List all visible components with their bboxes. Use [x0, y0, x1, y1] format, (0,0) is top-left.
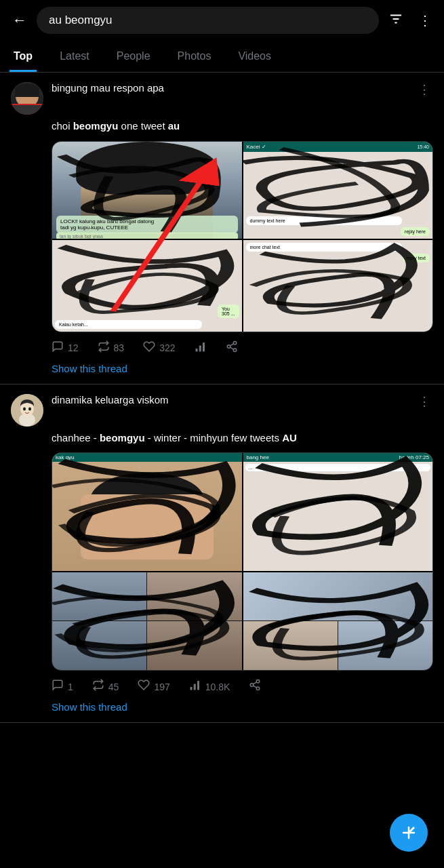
retweet-icon-1: [98, 340, 110, 356]
reply-icon-1: [52, 340, 64, 356]
reply-action-1[interactable]: 12: [52, 340, 79, 356]
svg-line-25: [254, 682, 257, 684]
svg-rect-1: [392, 18, 399, 20]
svg-line-12: [230, 343, 233, 345]
tweet-img-1-3: You305 ... Kalau ketah...: [52, 240, 242, 332]
tweet-meta-2: dinamika keluarga viskom: [52, 394, 407, 406]
tweet-actions-1: 12 83 322: [52, 340, 433, 356]
header-icons: ⋮: [386, 9, 435, 33]
svg-point-21: [257, 680, 260, 684]
views-action-1[interactable]: [195, 340, 207, 356]
tweet-img-2-4: [243, 572, 433, 671]
tweet-username-2: dinamika keluarga viskom: [52, 394, 169, 406]
tab-people[interactable]: People: [103, 41, 164, 72]
svg-rect-20: [197, 681, 199, 690]
svg-point-17: [28, 407, 31, 410]
show-thread-2[interactable]: Show this thread: [52, 701, 433, 713]
views-icon-2: [189, 679, 201, 694]
tabs-bar: Top Latest People Photos Videos: [0, 41, 444, 73]
tweet-text-mid-1: one tweet: [118, 120, 167, 132]
tweet-highlight-2: beomgyu: [100, 432, 145, 443]
like-action-2[interactable]: 197: [138, 679, 169, 694]
svg-point-16: [23, 407, 26, 410]
tweet-img-2-3: [52, 572, 242, 671]
reply-count-2: 1: [68, 682, 73, 692]
tab-top[interactable]: Top: [0, 41, 46, 72]
retweet-action-2[interactable]: 45: [92, 679, 119, 694]
tweet-image-grid-2: kak gyu: [52, 453, 432, 670]
retweet-count-2: 45: [108, 682, 119, 692]
tweet-header-2: dinamika keluarga viskom ⋮: [11, 394, 433, 427]
svg-point-8: [233, 341, 237, 344]
tweet-meta-1: bingung mau respon apa: [52, 82, 407, 94]
tweet-text-prefix-2: chanhee -: [52, 432, 100, 443]
tweet-header-1: bingung mau respon apa ⋮: [11, 82, 433, 115]
tweet-card-1: bingung mau respon apa ⋮ choi beomgyu on…: [0, 73, 444, 384]
retweet-action-1[interactable]: 83: [98, 340, 125, 356]
svg-rect-0: [390, 14, 402, 16]
filter-icon[interactable]: [386, 9, 406, 33]
svg-point-23: [257, 687, 260, 690]
like-icon-2: [138, 679, 150, 694]
svg-line-24: [254, 686, 257, 688]
svg-rect-2: [395, 22, 397, 23]
reply-action-2[interactable]: 1: [52, 679, 73, 694]
like-count-1: 322: [159, 342, 175, 353]
reply-count-1: 12: [68, 342, 79, 353]
tweet-img-1-1: LOCK‼️ kalung aku baru bongat datongtadi…: [52, 142, 242, 239]
svg-rect-5: [195, 349, 197, 352]
header: ← ⋮: [0, 0, 444, 41]
share-action-2[interactable]: [249, 679, 261, 694]
like-icon-1: [143, 340, 155, 356]
tweet-more-1[interactable]: ⋮: [416, 82, 433, 97]
search-input[interactable]: [37, 7, 379, 34]
share-icon-1: [226, 340, 238, 356]
tweet-highlight-1: beomgyu: [73, 120, 119, 132]
tab-latest[interactable]: Latest: [46, 41, 103, 72]
tweet-text-prefix-1: choi: [52, 120, 73, 132]
compose-fab[interactable]: [390, 814, 428, 852]
svg-point-9: [227, 344, 230, 348]
tweet-text-2: chanhee - beomgyu - winter - minhyun few…: [52, 431, 433, 446]
more-options-icon[interactable]: ⋮: [416, 9, 435, 31]
avatar-2: [11, 394, 43, 427]
tweet-img-2-1: kak gyu: [52, 453, 242, 571]
avatar-1: [11, 82, 43, 115]
retweet-count-1: 83: [114, 342, 125, 353]
svg-rect-6: [199, 345, 201, 351]
tweet-img-2-2: bang heehadeh 07:25 ...: [243, 453, 433, 571]
svg-rect-7: [203, 342, 205, 352]
tab-photos[interactable]: Photos: [164, 41, 225, 72]
svg-point-22: [251, 684, 254, 687]
tweet-images-2: kak gyu: [52, 452, 433, 671]
tweet-img-1-2: Kacei ✓ 15:40 dummy text here reply here: [243, 142, 433, 239]
views-action-2[interactable]: 10.8K: [189, 679, 230, 694]
tweet-more-2[interactable]: ⋮: [416, 394, 433, 409]
tweet-images-1: LOCK‼️ kalung aku baru bongat datongtadi…: [52, 141, 433, 332]
tweet-highlight2-1: au: [168, 120, 180, 132]
tweet-img-1-4: more chat text reply text: [243, 240, 433, 332]
like-count-2: 197: [154, 682, 169, 692]
share-action-1[interactable]: [226, 340, 238, 356]
svg-line-11: [230, 347, 233, 349]
back-button[interactable]: ←: [9, 9, 30, 32]
tweet-image-grid-1: LOCK‼️ kalung aku baru bongat datongtadi…: [52, 142, 432, 332]
tweet-text-1: choi beomgyu one tweet au: [52, 119, 433, 134]
show-thread-1[interactable]: Show this thread: [52, 363, 433, 374]
reply-icon-2: [52, 679, 64, 694]
tweet-actions-2: 1 45 197: [52, 679, 433, 694]
page-wrapper: ← ⋮ Top Latest People Photos Videos: [0, 0, 444, 723]
tweet-highlight2-2: AU: [282, 432, 297, 443]
share-icon-2: [249, 679, 261, 694]
svg-rect-19: [193, 684, 195, 690]
tweet-username-1: bingung mau respon apa: [52, 82, 164, 94]
tweet-text-mid-2: - winter - minhyun few tweets: [145, 432, 283, 443]
views-count-2: 10.8K: [205, 682, 230, 692]
tab-videos[interactable]: Videos: [224, 41, 285, 72]
tweet-card-2: dinamika keluarga viskom ⋮ chanhee - beo…: [0, 384, 444, 724]
svg-point-10: [233, 349, 237, 352]
retweet-icon-2: [92, 679, 104, 694]
svg-rect-18: [190, 687, 192, 690]
views-icon-1: [195, 340, 207, 356]
like-action-1[interactable]: 322: [143, 340, 175, 356]
